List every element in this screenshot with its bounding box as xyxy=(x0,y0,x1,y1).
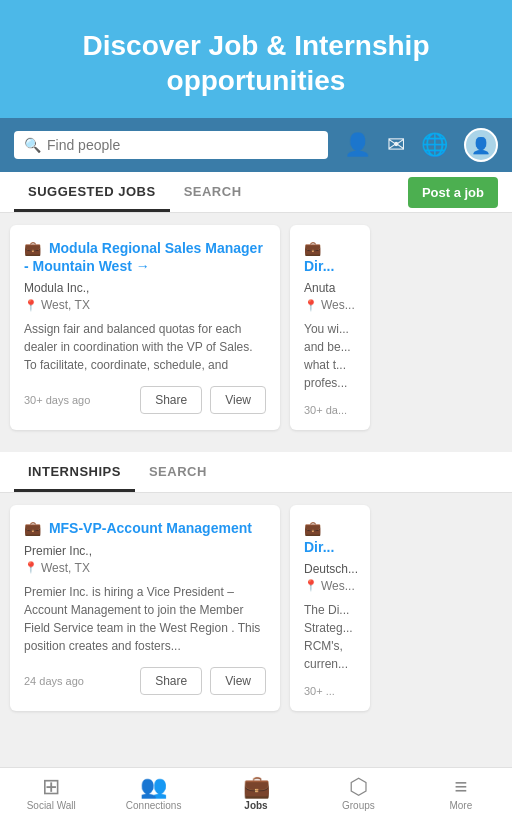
location-pin-icon: 📍 xyxy=(304,299,318,312)
nav-connections-label: Connections xyxy=(126,800,182,811)
card-footer: 30+ days ago Share View xyxy=(24,386,266,414)
job-desc-partial: You wi... and be... what t... profes... xyxy=(304,320,356,392)
internship-footer-partial: 30+ ... xyxy=(304,685,356,697)
internship-card: 💼 MFS-VP-Account Management Premier Inc.… xyxy=(10,505,280,710)
job-card: 💼 Modula Regional Sales Manager - Mounta… xyxy=(10,225,280,430)
tab-suggested-jobs[interactable]: SUGGESTED JOBS xyxy=(14,172,170,212)
job-location-partial: 📍 Wes... xyxy=(304,298,356,312)
groups-icon: ⬡ xyxy=(349,776,368,798)
internship-company: Premier Inc., xyxy=(24,544,266,558)
tab-internships-search[interactable]: SEARCH xyxy=(135,452,221,492)
bottom-nav: ⊞ Social Wall 👥 Connections 💼 Jobs ⬡ Gro… xyxy=(0,767,512,819)
internship-title-partial: 💼 Dir... xyxy=(304,519,356,555)
main-content: SUGGESTED JOBS SEARCH Post a job 💼 Modul… xyxy=(0,172,512,797)
nav-social-wall[interactable]: ⊞ Social Wall xyxy=(0,770,102,817)
briefcase-icon: 💼 xyxy=(304,240,321,256)
nav-jobs[interactable]: 💼 Jobs xyxy=(205,770,307,817)
internship-desc-partial: The Di... Strateg... RCM's, curren... xyxy=(304,601,356,673)
internship-card-partial: 💼 Dir... Deutsch... 📍 Wes... The Di... S… xyxy=(290,505,370,710)
internships-tab-row: INTERNSHIPS SEARCH xyxy=(0,452,512,493)
jobs-icon: 💼 xyxy=(243,776,270,798)
job-description: Assign fair and balanced quotas for each… xyxy=(24,320,266,374)
job-time-partial: 30+ da... xyxy=(304,404,356,416)
header-title: Discover Job & Internship opportunities xyxy=(20,28,492,98)
nav-social-wall-label: Social Wall xyxy=(27,800,76,811)
search-input-wrapper[interactable]: 🔍 xyxy=(14,131,328,159)
internship-share-button[interactable]: Share xyxy=(140,667,202,695)
people-icon[interactable]: 👤 xyxy=(344,132,371,158)
internship-company-partial: Deutsch... xyxy=(304,562,356,576)
briefcase-icon: 💼 xyxy=(24,520,41,536)
internship-time-partial: 30+ ... xyxy=(304,685,356,697)
header-title-line2: opportunities xyxy=(167,65,346,96)
nav-more[interactable]: ≡ More xyxy=(410,770,512,817)
globe-icon[interactable]: 🌐 xyxy=(421,132,448,158)
briefcase-icon: 💼 xyxy=(24,240,41,256)
internship-description: Premier Inc. is hiring a Vice President … xyxy=(24,583,266,655)
search-icon: 🔍 xyxy=(24,137,41,153)
jobs-tab-row: SUGGESTED JOBS SEARCH Post a job xyxy=(0,172,512,213)
nav-connections[interactable]: 👥 Connections xyxy=(102,770,204,817)
header-title-line1: Discover Job & Internship xyxy=(83,30,430,61)
nav-groups-label: Groups xyxy=(342,800,375,811)
avatar[interactable]: 👤 xyxy=(464,128,498,162)
more-icon: ≡ xyxy=(454,776,467,798)
briefcase-icon: 💼 xyxy=(304,520,321,536)
card-footer-partial: 30+ da... xyxy=(304,404,356,416)
internships-cards-container: 💼 MFS-VP-Account Management Premier Inc.… xyxy=(0,493,512,722)
internship-location: 📍 West, TX xyxy=(24,561,266,575)
search-input[interactable] xyxy=(47,137,318,153)
search-bar: 🔍 👤 ✉ 🌐 👤 xyxy=(0,118,512,172)
view-button[interactable]: View xyxy=(210,386,266,414)
internship-location-partial: 📍 Wes... xyxy=(304,579,356,593)
internship-view-button[interactable]: View xyxy=(210,667,266,695)
jobs-tabs-section: SUGGESTED JOBS SEARCH Post a job xyxy=(0,172,512,213)
header: Discover Job & Internship opportunities xyxy=(0,0,512,118)
section-divider xyxy=(0,442,512,452)
social-wall-icon: ⊞ xyxy=(42,776,60,798)
nav-groups[interactable]: ⬡ Groups xyxy=(307,770,409,817)
job-location: 📍 West, TX xyxy=(24,298,266,312)
location-pin-icon: 📍 xyxy=(24,561,38,574)
location-pin-icon: 📍 xyxy=(24,299,38,312)
job-title-partial: 💼 Dir... xyxy=(304,239,356,275)
job-company: Modula Inc., xyxy=(24,281,266,295)
nav-jobs-label: Jobs xyxy=(244,800,267,811)
post-job-button[interactable]: Post a job xyxy=(408,177,498,208)
tab-internships[interactable]: INTERNSHIPS xyxy=(14,452,135,492)
mail-icon[interactable]: ✉ xyxy=(387,132,405,158)
job-company-partial: Anuta xyxy=(304,281,356,295)
tab-jobs-search[interactable]: SEARCH xyxy=(170,172,256,212)
job-time: 30+ days ago xyxy=(24,394,132,406)
share-button[interactable]: Share xyxy=(140,386,202,414)
internship-time: 24 days ago xyxy=(24,675,132,687)
jobs-cards-container: 💼 Modula Regional Sales Manager - Mounta… xyxy=(0,213,512,442)
internships-tabs-section: INTERNSHIPS SEARCH xyxy=(0,452,512,493)
job-card-partial: 💼 Dir... Anuta 📍 Wes... You wi... and be… xyxy=(290,225,370,430)
nav-more-label: More xyxy=(449,800,472,811)
job-title: 💼 Modula Regional Sales Manager - Mounta… xyxy=(24,239,266,275)
connections-icon: 👥 xyxy=(140,776,167,798)
location-pin-icon: 📍 xyxy=(304,579,318,592)
internship-title: 💼 MFS-VP-Account Management xyxy=(24,519,266,537)
internship-card-footer: 24 days ago Share View xyxy=(24,667,266,695)
